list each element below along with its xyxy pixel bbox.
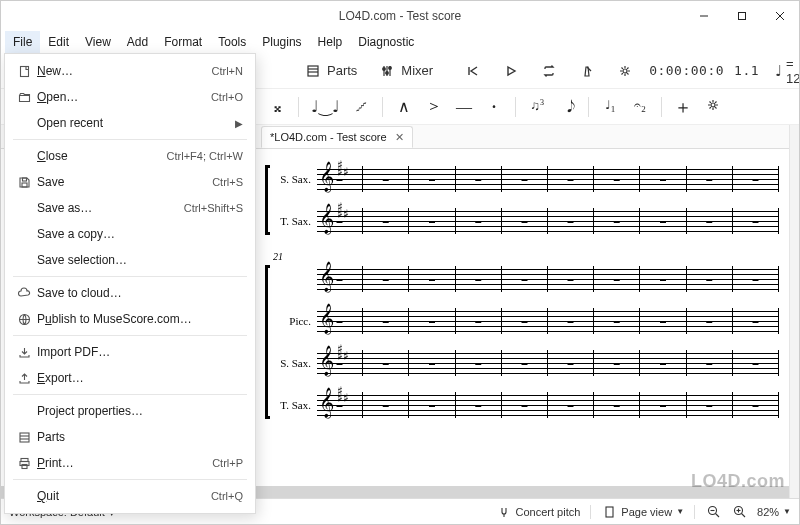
svg-rect-4 <box>308 66 318 76</box>
palette-separator <box>661 97 662 117</box>
menu-file-save-as[interactable]: Save as… Ctrl+Shift+S <box>5 195 255 221</box>
tab-test-score[interactable]: *LO4D.com - Test score ✕ <box>261 126 413 148</box>
marcato[interactable]: ∧ <box>395 97 413 116</box>
mixer-button[interactable]: Mixer <box>373 59 439 83</box>
play-icon <box>503 63 519 79</box>
menu-edit[interactable]: Edit <box>40 31 77 53</box>
export-icon <box>13 372 35 385</box>
svg-rect-27 <box>22 183 27 187</box>
chevron-down-icon: ▼ <box>783 507 791 516</box>
menu-file-quit[interactable]: Quit Ctrl+Q <box>5 483 255 509</box>
instrument-label: T. Sax. <box>273 215 317 227</box>
loop-button[interactable] <box>535 59 563 83</box>
menu-separator <box>13 394 247 395</box>
staff[interactable]: 𝄞 ♯♯♯ <box>317 166 779 192</box>
menu-diagnostic[interactable]: Diagnostic <box>350 31 422 53</box>
palette-separator <box>588 97 589 117</box>
menu-file-save-cloud[interactable]: Save to cloud… <box>5 280 255 306</box>
zoom-in-button[interactable] <box>731 504 747 520</box>
playback-position: 1.1 <box>734 63 759 78</box>
staccato[interactable]: · <box>485 98 503 116</box>
tempo-display[interactable]: ♩ = 120 <box>769 52 800 90</box>
menu-file-project-properties[interactable]: Project properties… <box>5 398 255 424</box>
menu-file-save[interactable]: Save Ctrl+S <box>5 169 255 195</box>
page-icon <box>601 504 617 520</box>
publish-icon <box>13 313 35 326</box>
tenuto[interactable]: — <box>455 98 473 116</box>
play-button[interactable] <box>497 59 525 83</box>
menu-file-open-recent[interactable]: Open recent ▶ <box>5 110 255 136</box>
svg-point-16 <box>623 69 627 73</box>
instrument-label: S. Sax. <box>273 173 317 185</box>
score-system: 21 𝄞 Picc. 𝄞 <box>273 265 779 419</box>
zoom-level[interactable]: 82% ▼ <box>757 506 791 518</box>
staff[interactable]: 𝄞 ♯♯♯ <box>317 392 779 418</box>
menu-file-print[interactable]: Print… Ctrl+P <box>5 450 255 476</box>
concert-pitch-toggle[interactable]: Concert pitch <box>496 504 581 520</box>
instrument-label: S. Sax. <box>273 357 317 369</box>
menu-bar: File Edit View Add Format Tools Plugins … <box>1 31 799 53</box>
cloud-icon <box>13 287 35 300</box>
menu-format[interactable]: Format <box>156 31 210 53</box>
staff[interactable]: 𝄞 ♯♯♯ <box>317 350 779 376</box>
staff[interactable]: 𝄞 <box>317 266 779 292</box>
menu-file-export[interactable]: Export… <box>5 365 255 391</box>
svg-point-11 <box>386 71 389 74</box>
right-panel-splitter[interactable] <box>789 125 799 498</box>
add-button[interactable]: ＋ <box>674 95 692 119</box>
tuplet-button[interactable]: ♫3 <box>528 98 546 114</box>
staff[interactable]: 𝄞 <box>317 308 779 334</box>
svg-rect-28 <box>22 178 26 181</box>
menu-help[interactable]: Help <box>310 31 351 53</box>
svg-line-15 <box>587 67 591 71</box>
new-icon <box>13 65 35 78</box>
menu-file-publish[interactable]: Publish to MuseScore.com… <box>5 306 255 332</box>
staff[interactable]: 𝄞 ♯♯♯ <box>317 208 779 234</box>
file-menu-dropdown: New… Ctrl+N Open… Ctrl+O Open recent ▶ C… <box>4 53 256 514</box>
menu-file-open[interactable]: Open… Ctrl+O <box>5 84 255 110</box>
svg-point-12 <box>389 66 392 69</box>
playback-time: 0:00:00:0 <box>649 63 724 78</box>
menu-file[interactable]: File <box>5 31 40 53</box>
menu-view[interactable]: View <box>77 31 119 53</box>
metronome-button[interactable] <box>573 59 601 83</box>
menu-file-save-selection[interactable]: Save selection… <box>5 247 255 273</box>
mixer-icon <box>379 63 395 79</box>
svg-point-10 <box>383 67 386 70</box>
menu-file-save-copy[interactable]: Save a copy… <box>5 221 255 247</box>
zoom-out-button[interactable] <box>705 504 721 520</box>
tab-close-button[interactable]: ✕ <box>395 131 404 144</box>
maximize-button[interactable] <box>723 1 761 31</box>
tie-button[interactable]: ♩‿♩ <box>311 97 340 116</box>
window-controls <box>685 1 799 31</box>
voice-1[interactable]: ♩1 <box>601 98 619 114</box>
system-bracket <box>265 165 270 235</box>
mixer-label: Mixer <box>401 63 433 78</box>
parts-icon <box>305 63 321 79</box>
rewind-icon <box>465 63 481 79</box>
palette-settings[interactable] <box>704 98 722 116</box>
accent[interactable]: ＞ <box>425 96 443 117</box>
zoom-out-icon <box>705 504 721 520</box>
menu-separator <box>13 139 247 140</box>
close-button[interactable] <box>761 1 799 31</box>
menu-tools[interactable]: Tools <box>210 31 254 53</box>
menu-plugins[interactable]: Plugins <box>254 31 309 53</box>
system-bracket <box>265 265 270 419</box>
slur-button[interactable]: 𝆱 <box>352 98 370 116</box>
flip-button[interactable]: 𝅘𝅥𝅮 <box>558 98 576 116</box>
svg-rect-30 <box>20 433 29 442</box>
page-view-selector[interactable]: Page view ▼ <box>601 504 684 520</box>
menu-add[interactable]: Add <box>119 31 156 53</box>
menu-file-import-pdf[interactable]: Import PDF… <box>5 339 255 365</box>
voice-2[interactable]: 𝄐2 <box>631 98 649 114</box>
minimize-button[interactable] <box>685 1 723 31</box>
double-sharp[interactable]: 𝄪 <box>268 98 286 116</box>
parts-button[interactable]: Parts <box>299 59 363 83</box>
menu-file-close[interactable]: Close Ctrl+F4; Ctrl+W <box>5 143 255 169</box>
playback-settings-button[interactable] <box>611 59 639 83</box>
menu-file-parts[interactable]: Parts <box>5 424 255 450</box>
rewind-button[interactable] <box>459 59 487 83</box>
menu-separator <box>13 479 247 480</box>
menu-file-new[interactable]: New… Ctrl+N <box>5 58 255 84</box>
